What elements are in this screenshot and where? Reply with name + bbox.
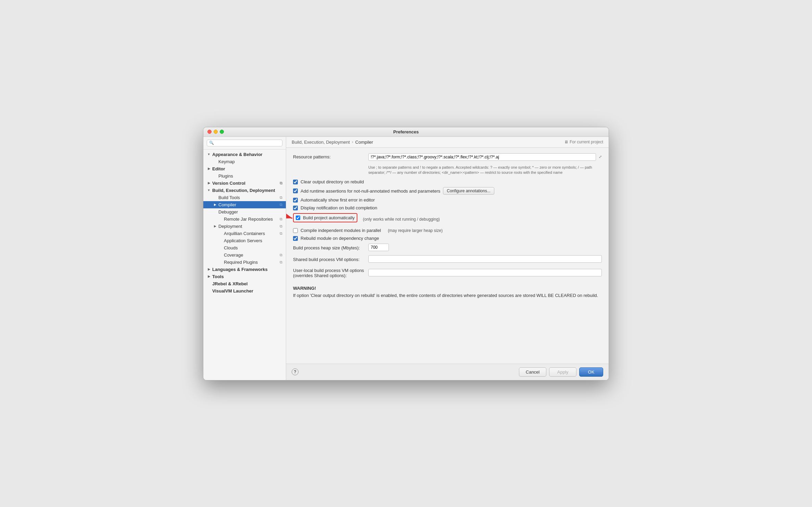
sidebar-item-application-servers[interactable]: ▶ Application Servers — [203, 237, 286, 244]
sidebar-item-label: Required Plugins — [224, 260, 258, 265]
close-button[interactable] — [207, 130, 212, 134]
maximize-button[interactable] — [220, 130, 224, 134]
window-title: Preferences — [393, 129, 419, 134]
sidebar-item-tools[interactable]: ▶ Tools — [203, 273, 286, 280]
ok-button[interactable]: OK — [579, 367, 603, 377]
rebuild-dependency-label: Rebuild module on dependency change — [301, 236, 379, 241]
user-local-vm-options-label: User-local build process VM options (ove… — [293, 267, 368, 278]
compile-parallel-checkbox[interactable] — [293, 228, 298, 233]
titlebar: Preferences — [203, 127, 609, 137]
search-icon: 🔍 — [209, 141, 214, 145]
sidebar-item-label: Plugins — [218, 173, 233, 179]
sidebar-item-editor[interactable]: ▶ Editor — [203, 165, 286, 172]
display-notification-checkbox[interactable] — [293, 206, 298, 210]
resource-patterns-label: Resource patterns: — [293, 153, 368, 159]
build-automatically-highlight: Build project automatically — [293, 213, 357, 222]
display-notification-label: Display notification on build completion — [301, 205, 377, 210]
sidebar-item-version-control[interactable]: ▶ Version Control ⧉ — [203, 180, 286, 187]
sidebar-items-list: ▼ Appearance & Behavior ▶ Keymap ▶ Edito… — [203, 150, 286, 296]
sidebar-item-jrebel-xrebel[interactable]: ▶ JRebel & XRebel — [203, 280, 286, 287]
sidebar-item-keymap[interactable]: ▶ Keymap — [203, 158, 286, 165]
resource-patterns-input[interactable] — [368, 153, 596, 161]
arrow-icon: ▶ — [207, 267, 211, 271]
sidebar-item-deployment[interactable]: ▶ Deployment ⧉ — [203, 223, 286, 230]
sidebar-item-languages-frameworks[interactable]: ▶ Languages & Frameworks — [203, 266, 286, 273]
arrow-icon: ▼ — [207, 188, 211, 192]
sidebar-item-label: Compiler — [218, 202, 236, 207]
warning-box: WARNING! If option 'Clear output directo… — [293, 285, 602, 299]
sidebar-item-clouds[interactable]: ▶ Clouds — [203, 244, 286, 251]
sidebar-item-label: Arquillian Containers — [224, 231, 265, 236]
copy-icon: ⧉ — [280, 224, 282, 229]
configure-annotations-button[interactable]: Configure annotations... — [443, 187, 494, 195]
sidebar-item-label: Editor — [212, 166, 225, 171]
compile-parallel-note: (may require larger heap size) — [388, 228, 443, 233]
sidebar-item-visualvm-launcher[interactable]: ▶ VisualVM Launcher — [203, 287, 286, 295]
preferences-window: Preferences 🔍 ▼ Appearance & Behavior ▶ — [203, 127, 609, 380]
apply-button[interactable]: Apply — [549, 367, 576, 377]
sidebar-item-label: Version Control — [212, 181, 245, 186]
sidebar-item-label: VisualVM Launcher — [212, 288, 253, 294]
sidebar-item-compiler[interactable]: ▶ Compiler ⧉ — [203, 201, 286, 208]
sidebar-item-label: Debugger — [218, 209, 238, 214]
compile-parallel-label: Compile independent modules in parallel — [301, 228, 381, 233]
sidebar-item-label: Appearance & Behavior — [212, 152, 263, 157]
warning-body: If option 'Clear output directory on reb… — [293, 293, 598, 298]
resource-patterns-row: Resource patterns: ⤢ — [293, 153, 602, 161]
clear-output-row: Clear output directory on rebuild — [293, 179, 602, 184]
breadcrumb-current: Compiler — [355, 140, 373, 145]
arrow-icon: ▶ — [213, 203, 217, 207]
bottom-right: Cancel Apply OK — [519, 367, 603, 377]
main-panel: Build, Execution, Deployment › Compiler … — [286, 137, 609, 380]
resource-patterns-hint: Use ; to separate patterns and ! to nega… — [368, 165, 602, 176]
sidebar-item-coverage[interactable]: ▶ Coverage ⧉ — [203, 251, 286, 259]
user-local-vm-options-input[interactable] — [368, 269, 602, 276]
sidebar-item-label: Languages & Frameworks — [212, 267, 268, 272]
bottom-bar: ? Cancel Apply OK — [286, 364, 609, 380]
build-automatically-row: Build project automatically (only works … — [293, 213, 602, 225]
sidebar-item-build-tools[interactable]: ▶ Build Tools ⧉ — [203, 194, 286, 201]
sidebar-item-arquillian-containers[interactable]: ▶ Arquillian Containers ⧉ — [203, 230, 286, 237]
breadcrumb-separator: › — [352, 140, 353, 144]
sidebar-item-build-execution-deployment[interactable]: ▼ Build, Execution, Deployment — [203, 187, 286, 194]
expand-icon[interactable]: ⤢ — [599, 155, 602, 159]
main-content: 🔍 ▼ Appearance & Behavior ▶ Keymap ▶ — [203, 137, 609, 380]
copy-icon: ⧉ — [280, 181, 282, 185]
sidebar-item-plugins[interactable]: ▶ Plugins — [203, 172, 286, 180]
rebuild-dependency-checkbox[interactable] — [293, 236, 298, 241]
arrow-icon: ▼ — [207, 152, 211, 156]
breadcrumb-project: 🖥 For current project — [564, 140, 603, 144]
sidebar-item-label: Build Tools — [218, 195, 240, 200]
project-label: For current project — [570, 140, 603, 144]
sidebar-item-required-plugins[interactable]: ▶ Required Plugins ⧉ — [203, 259, 286, 266]
copy-icon: ⧉ — [280, 203, 282, 207]
arrow-icon: ▶ — [207, 274, 211, 278]
warning-title: WARNING! — [293, 286, 316, 291]
heap-size-input[interactable] — [368, 244, 389, 251]
build-automatically-note: (only works while not running / debuggin… — [363, 217, 440, 222]
auto-show-error-row: Automatically show first error in editor — [293, 197, 602, 203]
add-runtime-assertions-label: Add runtime assertions for not-null-anno… — [301, 188, 440, 194]
help-button[interactable]: ? — [292, 368, 299, 375]
add-runtime-assertions-checkbox[interactable] — [293, 188, 298, 193]
search-input[interactable] — [215, 141, 280, 145]
breadcrumb-bar: Build, Execution, Deployment › Compiler … — [286, 137, 609, 148]
auto-show-error-checkbox[interactable] — [293, 198, 298, 203]
auto-show-error-label: Automatically show first error in editor — [301, 197, 375, 203]
sidebar-item-remote-jar-repositories[interactable]: ▶ Remote Jar Repositories ⧉ — [203, 216, 286, 223]
sidebar-item-debugger[interactable]: ▶ Debugger — [203, 208, 286, 216]
panel-content: Resource patterns: ⤢ Use ; to separate p… — [286, 148, 609, 364]
build-automatically-checkbox[interactable] — [296, 216, 300, 220]
arrow-icon: ▶ — [207, 181, 211, 185]
sidebar-item-label: Keymap — [218, 159, 235, 164]
shared-vm-options-input[interactable] — [368, 255, 602, 263]
minimize-button[interactable] — [214, 130, 218, 134]
clear-output-checkbox[interactable] — [293, 180, 298, 184]
sidebar-item-appearance-behavior[interactable]: ▼ Appearance & Behavior — [203, 151, 286, 158]
search-bar: 🔍 — [203, 137, 286, 150]
cancel-button[interactable]: Cancel — [519, 367, 546, 377]
search-container[interactable]: 🔍 — [207, 140, 282, 146]
arrow-icon: ▶ — [213, 224, 217, 228]
sidebar-item-label: Tools — [212, 274, 224, 279]
project-icon: 🖥 — [564, 140, 568, 144]
